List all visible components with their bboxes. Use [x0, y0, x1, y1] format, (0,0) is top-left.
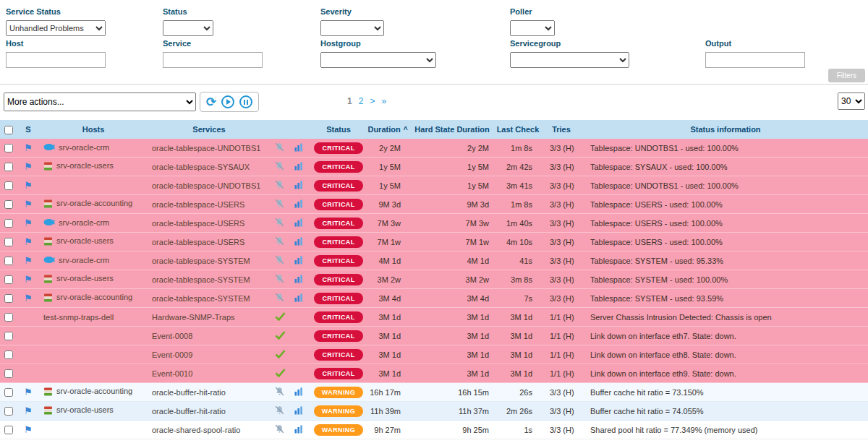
service-link[interactable]: oracle-tablespace-USERS [152, 219, 244, 228]
service-link[interactable]: oracle-tablespace-UNDOTBS1 [152, 181, 260, 190]
table-row: ⚑srv-oracle-crmoracle-tablespace-SYSTEMC… [0, 251, 868, 270]
row-checkbox[interactable] [4, 163, 13, 171]
play-icon[interactable] [221, 95, 234, 108]
service-link[interactable]: oracle-shared-spool-ratio [152, 426, 240, 434]
row-checkbox[interactable] [4, 350, 13, 359]
col-header-status-information[interactable]: Status information [583, 120, 868, 139]
refresh-icon[interactable]: ⟳ [206, 96, 216, 108]
severity-label: Severity [320, 7, 384, 16]
service-link[interactable]: oracle-tablespace-USERS [152, 238, 244, 246]
service-link[interactable]: oracle-tablespace-SYSAUX [152, 163, 250, 171]
last-check-value: 3M 1d [496, 364, 540, 383]
col-header-hard-state-duration[interactable]: Hard State Duration [408, 120, 496, 139]
graph-icon[interactable] [294, 387, 303, 397]
host-link[interactable]: srv-oracle-accounting [56, 387, 132, 395]
row-checkbox[interactable] [4, 257, 13, 265]
host-link[interactable]: test-snmp-traps-dell [43, 313, 114, 322]
row-checkbox[interactable] [4, 294, 13, 303]
col-header-last-check[interactable]: Last Check [496, 120, 540, 139]
row-checkbox[interactable] [4, 181, 13, 190]
select-all-checkbox[interactable] [4, 126, 13, 134]
graph-icon[interactable] [294, 293, 303, 304]
services-table: S Hosts Services Status Duration^ Hard S… [0, 120, 868, 439]
host-link[interactable]: srv-oracle-users [56, 274, 114, 283]
hostgroup-select[interactable] [320, 52, 436, 68]
more-actions-select[interactable]: More actions... [4, 93, 196, 111]
row-checkbox[interactable] [4, 219, 13, 228]
filters-button[interactable]: Filters [828, 69, 865, 82]
host-link[interactable]: srv-oracle-users [56, 161, 114, 170]
row-checkbox[interactable] [4, 200, 13, 209]
service-link[interactable]: oracle-tablespace-USERS [152, 200, 244, 209]
graph-icon[interactable] [294, 218, 303, 228]
graph-icon[interactable] [294, 181, 303, 191]
table-row: ⚑oracle-tablespace-UNDOTBS1CRITICAL1y 5M… [0, 176, 868, 195]
status-information-value: Link down on interface eth7. State: down… [583, 327, 868, 345]
last-check-value: 4m 10s [496, 233, 540, 251]
service-link[interactable]: oracle-buffer-hit-ratio [152, 388, 226, 397]
page-last-link[interactable]: » [381, 96, 386, 106]
host-link[interactable]: srv-oracle-crm [59, 218, 109, 227]
host-link[interactable]: srv-oracle-crm [59, 256, 109, 264]
service-link[interactable]: Event-0010 [152, 369, 192, 378]
col-header-s[interactable]: S [17, 120, 39, 139]
row-checkbox[interactable] [4, 238, 13, 246]
row-checkbox[interactable] [4, 275, 13, 284]
service-link[interactable]: oracle-tablespace-SYSTEM [152, 275, 250, 284]
graph-icon[interactable] [294, 275, 303, 285]
service-link[interactable]: Event-0009 [152, 350, 192, 359]
host-input[interactable] [6, 52, 106, 68]
service-link[interactable]: Hardware-SNMP-Traps [152, 313, 235, 322]
host-link[interactable]: srv-oracle-accounting [56, 293, 132, 301]
host-link[interactable]: srv-oracle-users [56, 405, 114, 414]
host-link[interactable]: srv-oracle-users [56, 236, 114, 245]
graph-icon[interactable] [294, 425, 303, 435]
service-status-select[interactable]: Unhandled Problems [6, 20, 106, 36]
status-information-value: Server Chassis Intrusion Detected: Chass… [583, 308, 868, 327]
last-check-value: 1s [496, 421, 540, 439]
row-checkbox[interactable] [4, 388, 13, 397]
host-link[interactable]: srv-oracle-crm [59, 143, 109, 152]
status-select[interactable] [163, 20, 213, 36]
graph-icon[interactable] [294, 256, 303, 266]
graph-icon[interactable] [294, 406, 303, 416]
severity-select[interactable] [320, 20, 384, 36]
col-header-hosts[interactable]: Hosts [39, 120, 148, 139]
col-header-services[interactable]: Services [148, 120, 271, 139]
service-link[interactable]: oracle-tablespace-SYSTEM [152, 294, 250, 303]
output-input[interactable] [705, 52, 805, 68]
notifications-disabled-icon [275, 142, 284, 153]
passive-check-icon [275, 331, 286, 341]
graph-icon[interactable] [294, 237, 303, 247]
col-header-tries[interactable]: Tries [540, 120, 583, 139]
host-link[interactable]: srv-oracle-accounting [56, 199, 132, 207]
sort-asc-icon[interactable]: ^ [404, 126, 408, 134]
service-link[interactable]: oracle-tablespace-UNDOTBS1 [152, 144, 260, 152]
host-icon-database [43, 162, 53, 172]
row-checkbox[interactable] [4, 144, 13, 152]
service-link[interactable]: oracle-tablespace-SYSTEM [152, 257, 250, 265]
graph-icon[interactable] [294, 143, 303, 153]
service-input[interactable] [163, 52, 263, 68]
page-next-link[interactable]: > [370, 96, 375, 106]
tries-value: 1/1 (H) [540, 327, 583, 345]
row-checkbox[interactable] [4, 426, 13, 434]
poller-select[interactable] [510, 20, 555, 36]
page-2-link[interactable]: 2 [359, 96, 364, 106]
row-checkbox[interactable] [4, 407, 13, 416]
service-link[interactable]: oracle-buffer-hit-ratio [152, 407, 226, 416]
tries-value: 3/3 (H) [540, 402, 583, 421]
row-checkbox[interactable] [4, 369, 13, 378]
pause-icon[interactable] [239, 95, 252, 108]
row-checkbox[interactable] [4, 332, 13, 340]
col-header-status[interactable]: Status [310, 120, 367, 139]
servicegroup-select[interactable] [510, 52, 629, 68]
row-checkbox[interactable] [4, 313, 13, 322]
graph-icon[interactable] [294, 162, 303, 172]
duration-value: 3M 1d [367, 308, 408, 327]
graph-icon[interactable] [294, 199, 303, 210]
page-size-select[interactable]: 30 [838, 93, 865, 110]
table-row: ⚑srv-oracle-accountingoracle-tablespace-… [0, 289, 868, 308]
service-link[interactable]: Event-0008 [152, 332, 192, 340]
col-header-duration[interactable]: Duration^ [367, 120, 408, 139]
